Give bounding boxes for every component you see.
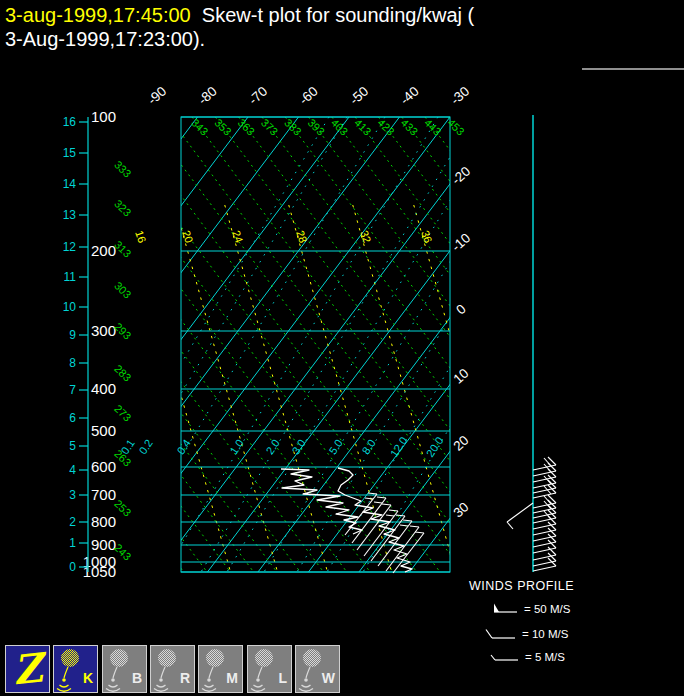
svg-text:3: 3 — [69, 488, 76, 502]
svg-text:0: 0 — [69, 560, 76, 574]
svg-text:16: 16 — [133, 229, 148, 245]
svg-text:2: 2 — [69, 515, 76, 529]
svg-text:8: 8 — [69, 356, 76, 370]
svg-text:30: 30 — [450, 499, 471, 520]
wind-legend-label: = 50 M/S — [524, 603, 570, 615]
wind-legend-label: = 10 M/S — [522, 628, 568, 640]
svg-text:273: 273 — [112, 402, 134, 423]
svg-text:1.0: 1.0 — [227, 437, 246, 456]
button-letter: M — [226, 670, 238, 686]
svg-text:1: 1 — [69, 536, 76, 550]
svg-text:9: 9 — [69, 328, 76, 342]
svg-text:28: 28 — [294, 229, 309, 245]
button-letter: W — [322, 670, 335, 686]
button-letter: L — [278, 670, 287, 686]
svg-text:5.0: 5.0 — [326, 437, 345, 456]
svg-text:-30: -30 — [448, 84, 473, 108]
wind-legend-row-5: = 5 M/S — [487, 649, 565, 665]
svg-text:-40: -40 — [397, 84, 422, 108]
svg-text:-50: -50 — [347, 84, 372, 108]
winds-profile-title: WINDS PROFILE — [469, 579, 574, 593]
svg-text:433: 433 — [399, 116, 421, 137]
svg-text:423: 423 — [375, 116, 397, 137]
svg-text:393: 393 — [306, 116, 328, 137]
svg-text:443: 443 — [422, 116, 444, 137]
toolbar-button-zoom[interactable]: Z — [5, 645, 50, 693]
z-glyph: Z — [4, 646, 51, 692]
svg-text:0.4: 0.4 — [174, 437, 193, 456]
svg-text:-20: -20 — [449, 163, 474, 187]
wind-legend-row-50: = 50 M/S — [486, 601, 570, 617]
svg-text:14: 14 — [63, 177, 77, 191]
isobar-grid — [181, 117, 450, 572]
svg-text:343: 343 — [189, 116, 211, 137]
button-letter: B — [132, 670, 142, 686]
skewt-chart: 1002003004005006007008009001000105016151… — [0, 0, 684, 696]
wind-legend-row-10: = 10 M/S — [484, 626, 568, 642]
svg-text:300: 300 — [91, 322, 116, 339]
svg-text:413: 413 — [352, 116, 374, 137]
svg-text:11: 11 — [64, 270, 77, 284]
svg-text:6: 6 — [69, 411, 76, 425]
svg-text:303: 303 — [112, 279, 134, 300]
svg-text:-70: -70 — [246, 84, 271, 108]
wind-profile — [507, 115, 556, 572]
button-letter: K — [83, 670, 93, 686]
svg-text:600: 600 — [91, 458, 116, 475]
wind-legend-label: = 5 M/S — [525, 651, 565, 663]
toolbar-button-b[interactable]: B — [102, 645, 147, 693]
svg-text:15: 15 — [63, 146, 77, 160]
svg-text:20: 20 — [450, 432, 471, 453]
svg-text:800: 800 — [91, 513, 116, 530]
svg-text:-10: -10 — [449, 230, 474, 254]
svg-text:4: 4 — [69, 463, 76, 477]
svg-text:2.0: 2.0 — [263, 437, 282, 456]
toolbar-button-m[interactable]: M — [198, 645, 243, 693]
toolbar-button-l[interactable]: L — [247, 645, 292, 693]
wind-barb-5-icon — [487, 649, 521, 665]
toolbar-button-w[interactable]: W — [295, 645, 340, 693]
svg-text:500: 500 — [91, 422, 116, 439]
svg-text:333: 333 — [112, 158, 134, 179]
svg-text:12.0: 12.0 — [388, 435, 410, 459]
svg-text:8.0: 8.0 — [359, 437, 378, 456]
svg-text:200: 200 — [91, 242, 116, 259]
wind-barb-50-icon — [486, 601, 520, 617]
svg-text:20.0: 20.0 — [424, 435, 446, 459]
svg-text:10: 10 — [63, 300, 77, 314]
svg-text:12: 12 — [63, 240, 77, 254]
svg-text:13: 13 — [63, 208, 77, 222]
svg-text:0: 0 — [453, 301, 469, 317]
svg-text:-80: -80 — [195, 84, 220, 108]
svg-text:32: 32 — [358, 229, 373, 245]
svg-text:323: 323 — [112, 197, 134, 218]
svg-text:100: 100 — [91, 108, 116, 125]
toolbar-button-k[interactable]: K — [53, 645, 98, 693]
sounding-traces — [281, 468, 424, 573]
wind-barb-10-icon — [484, 626, 518, 642]
svg-text:7: 7 — [69, 383, 76, 397]
svg-text:353: 353 — [212, 116, 234, 137]
svg-text:-60: -60 — [296, 84, 321, 108]
svg-text:24: 24 — [230, 229, 245, 245]
svg-text:400: 400 — [91, 380, 116, 397]
svg-text:900: 900 — [91, 536, 116, 553]
svg-text:0.2: 0.2 — [136, 437, 155, 456]
svg-text:363: 363 — [236, 116, 258, 137]
svg-text:10: 10 — [450, 366, 471, 387]
svg-text:16: 16 — [63, 115, 77, 129]
svg-text:700: 700 — [91, 486, 116, 503]
svg-text:373: 373 — [259, 116, 281, 137]
svg-text:-90: -90 — [145, 84, 170, 108]
svg-text:5: 5 — [69, 439, 76, 453]
toolbar-button-r[interactable]: R — [150, 645, 195, 693]
svg-text:36: 36 — [419, 229, 434, 245]
button-letter: R — [180, 670, 190, 686]
